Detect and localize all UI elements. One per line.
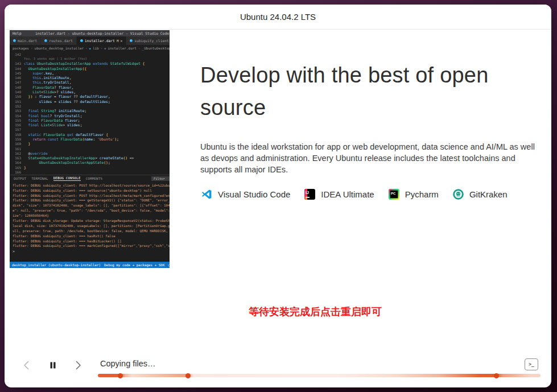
code-line: 143class UbuntuDesktopInstallerApp exten… [10, 61, 170, 66]
dart-file-icon [130, 39, 133, 42]
code-line: 146 this.initialRoute, [10, 75, 170, 80]
vscode-statusbar: desktop_installer (ubuntu-desktop-instal… [10, 262, 170, 268]
window-header: Ubuntu 24.04.2 LTS [5, 5, 551, 30]
code-line: 150 }) : flavor = flavor ?? defaultFlavo… [10, 94, 170, 99]
terminal-toggle-button[interactable]: >_ [525, 358, 538, 370]
dart-file-icon [44, 39, 47, 42]
code-line: 142 [10, 52, 170, 56]
code-line: 147 this.tryOrInstall, [10, 80, 170, 85]
chevron-right-icon [72, 359, 84, 372]
vscode-tab-bar: main.dart routes.dart installer.dart M ✕… [10, 36, 170, 45]
code-line: 148 FlavorData? flavor, [10, 85, 170, 89]
code-line: 157 [10, 127, 170, 132]
next-slide-button[interactable] [72, 359, 84, 372]
panel-tab-output: OUTPUT [14, 177, 26, 180]
code-line: 166 [10, 170, 170, 174]
code-line: 162 @override [10, 151, 170, 155]
console-line: flutter: DEBUG subiquity_client: === has… [10, 234, 170, 240]
console-line: ize": 12885950464} [10, 214, 170, 219]
console-line: ull, preserve: true, path: /dev/sda, boo… [10, 229, 170, 234]
code-line: 151 slides = slides ?? defaultSlides; [10, 99, 170, 104]
code-line: 152 [10, 104, 170, 108]
console-prompt: > [10, 249, 170, 254]
console-line: flutter: DEBUG subiquity_client: === mar… [10, 244, 170, 249]
console-line: flutter: DEBUG subiquity_client: === get… [10, 199, 170, 204]
debug-filter-input: Filter [151, 176, 170, 181]
code-line: 154 final bool? tryOrInstall; [10, 113, 170, 118]
code-line: 155 final FlavorData flavor; [10, 118, 170, 122]
vscode-tab-routes-dart: routes.dart [41, 36, 77, 45]
code-line: You, 3 weeks ago | 1 author (You) [10, 56, 170, 61]
console-line: flutter: DEBUG subiquity_client: === has… [10, 240, 170, 245]
restart-annotation: 等待安装完成后点击重启即可 [249, 305, 391, 319]
logo-idea-ultimate: IJ IDEA Ultimate [304, 189, 374, 200]
vscode-panel-tabs: OUTPUT TERMINAL DEBUG CONSOLE COMMENTS F… [10, 175, 170, 183]
vscode-help-menu: Help [13, 31, 22, 36]
panel-tab-terminal: TERMINAL [31, 177, 48, 180]
modified-badge: M [117, 39, 119, 43]
chevron-left-icon [20, 359, 33, 372]
dart-file-icon [13, 39, 16, 42]
pycharm-icon: PC [389, 189, 399, 200]
vscode-window-title: installer.dart - ubuntu-desktop-installe… [35, 31, 169, 35]
pause-slideshow-button[interactable] [47, 359, 59, 372]
console-line: flutter: DEBUG subiquity_client: POST ht… [10, 184, 170, 189]
console-line: disk", "size": 107374182400, "usage_labe… [10, 204, 170, 209]
code-line: 156 final List<Slide> slides; [10, 122, 170, 127]
panel-tab-debug-console: DEBUG CONSOLE [53, 176, 81, 181]
installer-window: Ubuntu 24.04.2 LTS Help installer.dart -… [5, 5, 551, 387]
code-line: 163 State<UbuntuDesktopInstallerApp> cre… [10, 156, 170, 160]
code-line: 153 final String? initialRoute; [10, 109, 170, 113]
window-title: Ubuntu 24.04.2 LTS [240, 12, 316, 22]
progress-dot [185, 373, 191, 378]
code-line: 149 List<Slide>? slides, [10, 89, 170, 94]
code-line: 145 super.key, [10, 71, 170, 75]
vscode-debug-console: flutter: DEBUG subiquity_client: POST ht… [10, 183, 170, 262]
install-progress-bar [98, 374, 541, 377]
vscode-screenshot: Help installer.dart - ubuntu-desktop-ins… [10, 30, 170, 268]
svg-text:IJ: IJ [306, 191, 309, 195]
code-line: 161 [10, 146, 170, 151]
svg-text:PC: PC [391, 192, 396, 195]
ubuntu-installer-screen: { "header": { "title": "Ubuntu 24.04.2 L… [0, 0, 557, 392]
code-line: 164 _UbuntuDesktopInstallerAppState(); [10, 160, 170, 165]
ide-logos-row: Visual Studio Code IJ [201, 189, 508, 200]
install-status-label: Copying files… [100, 359, 156, 368]
code-line: 160 } [10, 142, 170, 146]
logo-gitkraken: GitKraken [453, 189, 508, 200]
code-line: 159 return const FlavorData(name: 'Ubunt… [10, 137, 170, 141]
vscode-tab-main-dart: main.dart [10, 36, 41, 45]
vscode-code-editor: 142 You, 3 weeks ago | 1 author (You) 14… [10, 51, 170, 175]
idea-icon: IJ [304, 189, 315, 200]
console-line: local disk, size: 107374182400, usageLab… [10, 224, 170, 229]
console-line: e": null, "preserve": true, "path": "/de… [10, 209, 170, 214]
logo-visual-studio-code: Visual Studio Code [201, 189, 290, 200]
code-line: 144 UbuntuDesktopInstallerApp({ [10, 66, 170, 71]
gitkraken-icon [453, 189, 464, 200]
logo-pycharm: PC Pycharm [389, 189, 439, 200]
panel-tab-comments: COMMENTS [86, 177, 103, 180]
dart-file-icon [80, 39, 83, 42]
previous-slide-button[interactable] [20, 359, 33, 372]
code-line: 158 static FlavorData get defaultFlavor … [10, 132, 170, 137]
vscode-tab-subiquity-client-dart: subiquity_client.dart [126, 36, 170, 45]
vscode-tab-installer-dart: installer.dart M ✕ [77, 36, 126, 45]
console-line: flutter: DEBUG disk_storage: Update stor… [10, 219, 170, 224]
pause-icon [47, 359, 59, 372]
slide-body: Ubuntu is the ideal workstation for app … [200, 141, 536, 175]
slide-title: Develop with the best of open source [200, 59, 522, 124]
progress-dot [494, 373, 499, 378]
vscode-titlebar: Help installer.dart - ubuntu-desktop-ins… [10, 30, 170, 36]
progress-dot [118, 373, 123, 378]
close-icon: ✕ [121, 39, 123, 43]
code-line: 165} [10, 165, 170, 170]
console-line: flutter: DEBUG subiquity_client: === set… [10, 189, 170, 194]
vscode-breadcrumb: packagesubuntu_desktop_installerlibinsta… [10, 45, 170, 51]
vscode-icon [201, 189, 212, 200]
console-line: flutter: DEBUG subiquity_client: POST ht… [10, 194, 170, 199]
terminal-icon: >_ [529, 362, 534, 367]
